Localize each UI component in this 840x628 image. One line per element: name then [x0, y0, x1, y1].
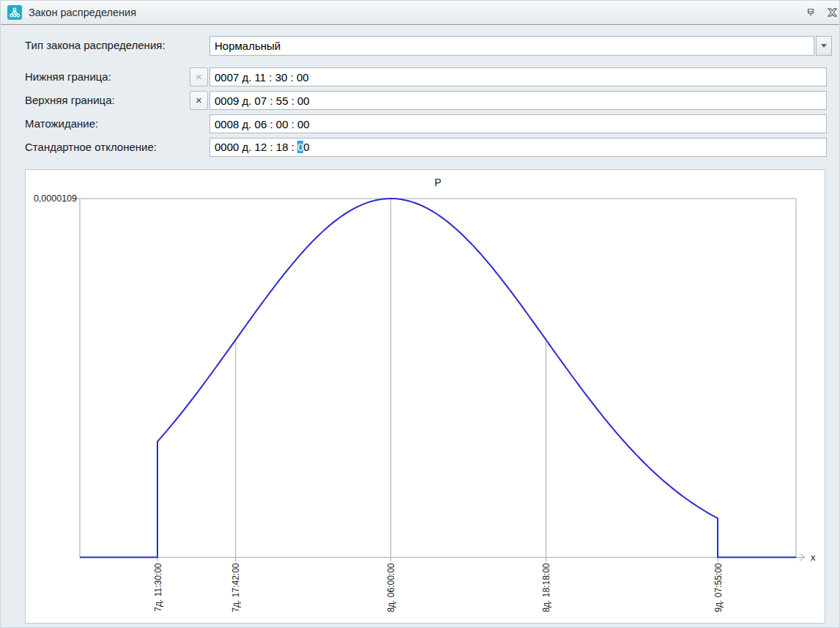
y-axis-title: P: [434, 177, 441, 188]
distribution-type-label: Тип закона распределения:: [25, 36, 166, 55]
lower-bound-label: Нижняя граница:: [25, 67, 111, 86]
mean-input[interactable]: [209, 114, 827, 133]
x-tick-label: 8д. 06:00:00: [386, 563, 396, 612]
pin-panel-button[interactable]: [804, 6, 817, 19]
lower-bound-input[interactable]: [209, 67, 827, 86]
combobox-dropdown-button[interactable]: [816, 36, 832, 56]
std-deviation-label: Стандартное отклонение:: [25, 138, 157, 157]
std-value-pre: 0000 д. 12 : 18 :: [215, 141, 297, 153]
chevron-down-icon: [821, 44, 827, 48]
std-deviation-input[interactable]: 0000 д. 12 : 18 : 00: [209, 138, 827, 157]
close-panel-button[interactable]: [825, 6, 839, 19]
window-title: Закон распределения: [29, 1, 136, 24]
x-tick-label: 8д. 18:18:00: [541, 563, 551, 612]
std-value-post: 0: [303, 141, 309, 153]
clear-lower-bound-button[interactable]: ×: [190, 67, 208, 86]
clear-upper-bound-button[interactable]: ×: [190, 91, 208, 110]
x-tick-label: 7д. 11:30:00: [153, 563, 163, 611]
x-tick-label: 9д. 07:55:00: [713, 563, 724, 612]
x-tick-label: 7д. 17:42:00: [231, 563, 241, 612]
upper-bound-label: Верхняя граница:: [25, 91, 115, 110]
pin-panel-icon: [806, 7, 816, 18]
y-max-value-label: 0,0000109: [34, 193, 77, 204]
distribution-curve: [80, 199, 796, 557]
distribution-tree-icon: [7, 5, 22, 20]
distribution-type-value: Нормальный: [215, 37, 280, 55]
x-axis-title: x: [811, 552, 816, 563]
upper-bound-input[interactable]: [209, 91, 827, 110]
close-icon: [827, 7, 838, 18]
title-bar: Закон распределения: [1, 1, 839, 25]
mean-label: Матожидание:: [25, 114, 98, 133]
distribution-type-combobox[interactable]: Нормальный: [209, 36, 814, 56]
distribution-chart-panel: 7д. 11:30:007д. 17:42:008д. 06:00:008д. …: [25, 169, 825, 624]
distribution-curve-chart: 7д. 11:30:007д. 17:42:008д. 06:00:008д. …: [26, 170, 825, 623]
